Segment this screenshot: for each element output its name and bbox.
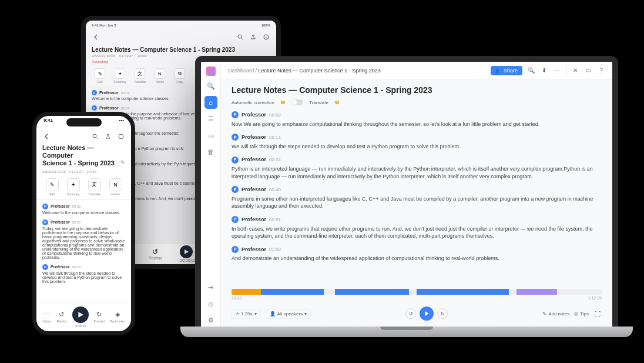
timestamp[interactable]: 00:02	[269, 112, 281, 118]
auto-correction-toggle[interactable]	[291, 99, 303, 105]
forward-button[interactable]: ↻Forward	[94, 311, 105, 323]
bookmarks-button[interactable]: ◈Bookmarks	[110, 311, 125, 323]
edit-icon[interactable]: ✎	[120, 159, 125, 166]
share-button[interactable]: 👥Share	[491, 66, 522, 75]
timestamp[interactable]: 00:24	[269, 156, 281, 163]
tablet-statusbar: 9:41 Mon Jun 3 100%	[86, 21, 276, 30]
search-icon[interactable]	[91, 132, 99, 141]
speaker-name: Professor	[99, 106, 119, 110]
timestamp[interactable]: 00:02	[72, 205, 81, 208]
edit-action[interactable]: ✎Edit	[92, 68, 108, 84]
note-icon[interactable]: ▭	[584, 66, 592, 75]
add-notes-button[interactable]: ✎Add notes	[542, 311, 569, 317]
transcript-text: Programs in some other non-interpreted l…	[232, 195, 602, 210]
translate-label: Translate	[309, 100, 328, 105]
timestamp[interactable]: 00:07	[121, 106, 130, 110]
status-battery: 100%	[261, 24, 270, 27]
speaker-avatar: P	[232, 216, 239, 223]
skip-forward-icon[interactable]: ↻	[437, 308, 448, 319]
edit-icon: ✎	[46, 178, 59, 191]
smile-icon[interactable]	[262, 33, 270, 41]
meta-words: 20464	[137, 54, 147, 58]
transcript-entry: PProfessor00:02Now We are going to empha…	[232, 111, 602, 128]
search-icon[interactable]: 🔍	[527, 66, 535, 75]
phone-meta: 2/8/2023 10:05 01:03:27 20464	[36, 169, 131, 175]
app-logo[interactable]	[206, 66, 216, 76]
skip-back-icon[interactable]: ↺	[405, 308, 416, 319]
timestamp[interactable]: 00:11	[269, 134, 281, 141]
timestamp[interactable]: 00:02	[121, 91, 130, 95]
transcript-text: Now We are going to emphasize computatio…	[232, 121, 602, 128]
sidebar-settings-icon[interactable]: ⚙	[204, 314, 217, 327]
svg-point-1	[264, 35, 269, 39]
download-icon[interactable]: ⬇	[540, 66, 548, 75]
transcript-entry: PProfessor00:51In both cases, we write p…	[232, 216, 602, 240]
app-header: Dashboard / Lecture Notes — Computer Sci…	[221, 62, 612, 79]
translate-action[interactable]: 文Translate	[132, 68, 148, 84]
tips-button[interactable]: ◎Tips	[574, 311, 589, 317]
sidebar-export-icon[interactable]: ⇥	[204, 281, 217, 294]
phone-actions: ✎Edit ✦Summary 文Translate NNotion	[36, 175, 131, 200]
sidebar-folder-icon[interactable]: ▭	[204, 129, 217, 142]
timestamp[interactable]: 01:08	[269, 246, 281, 252]
edit-action[interactable]: ✎Edit	[42, 178, 62, 196]
translate-action[interactable]: 文Translate	[85, 178, 104, 196]
speaker-name: Professor	[242, 156, 266, 164]
notion-action[interactable]: NNotion	[152, 68, 168, 84]
transcript-entry: PProfessor00:02Welcome to the computer s…	[42, 204, 125, 215]
transcript-entry: PProfessor00:24We will talk through the …	[42, 264, 125, 284]
more-icon[interactable]: ⋯	[553, 66, 561, 75]
transcript-text: Today, we are going to demonstrate profi…	[42, 227, 125, 259]
speaker-avatar: P	[92, 90, 97, 95]
sidebar-help-icon[interactable]: ◎	[204, 297, 217, 310]
edit-icon: ✎	[95, 68, 105, 79]
speaker-name: Professor	[242, 186, 266, 194]
transcript-text: Welcome to the computer science classes.	[42, 211, 125, 215]
tablet-title: Lecture Notes — Computer Science 1 - Spr…	[86, 44, 276, 54]
play-button[interactable]	[72, 307, 89, 323]
expand-icon[interactable]: ⛶	[593, 309, 602, 318]
speaker-avatar: P	[92, 105, 97, 111]
transcript-text: In both cases, we write programs that re…	[232, 225, 602, 240]
status-icons: •••	[119, 118, 124, 130]
timestamp[interactable]: 00:40	[269, 187, 281, 193]
waveform[interactable]: 28:261:12:25	[232, 289, 602, 302]
timestamp[interactable]: 00:51	[269, 217, 281, 223]
breadcrumb-root[interactable]: Dashboard	[228, 68, 254, 74]
waveform-bar[interactable]	[232, 289, 602, 295]
transcript-text: And demonstrate an understanding of the …	[232, 255, 602, 262]
transcript-entry: PProfessor00:11We will talk through the …	[232, 134, 602, 150]
transcript: PProfessor00:02Now We are going to empha…	[232, 111, 602, 262]
meta-date: 2/8/2023 10:05	[92, 54, 115, 58]
tool-icon[interactable]: ✕	[571, 66, 579, 75]
option-button[interactable]: ⋯Option	[43, 311, 52, 323]
transcript-entry: PProfessor00:24Python is an interpreted …	[232, 156, 602, 180]
smile-icon[interactable]	[117, 132, 125, 141]
transcript-text: Python is an interpreted language — run …	[232, 165, 602, 180]
rewind-button[interactable]: ↺Rewind	[57, 311, 67, 323]
speakers-selector[interactable]: 👤All speakers▾	[266, 309, 311, 319]
share-icon[interactable]	[249, 33, 257, 41]
timestamp[interactable]: 00:07	[72, 221, 81, 224]
summary-action[interactable]: ✦Summary	[63, 178, 83, 196]
breadcrumb-current: Lecture Notes — Computer Science 1 - Spr…	[259, 68, 381, 74]
sidebar-files-icon[interactable]: ☰	[204, 112, 217, 125]
meta-duration: 01:03:27	[119, 54, 133, 58]
phone-notch	[66, 118, 102, 126]
sidebar-search-icon[interactable]: 🔍	[204, 79, 217, 92]
rewind-icon[interactable]: ↺	[149, 248, 162, 256]
timestamp[interactable]: 00:24	[72, 265, 81, 269]
help-icon[interactable]: ?	[597, 66, 605, 75]
summary-action[interactable]: ✦Summary	[112, 68, 128, 84]
back-icon[interactable]	[42, 132, 51, 141]
share-icon[interactable]	[104, 132, 112, 141]
sidebar: 🔍 ⌂ ☰ ▭ 🗑 ⇥ ◎ ⚙	[201, 62, 221, 327]
sidebar-home-icon[interactable]: ⌂	[204, 96, 217, 109]
search-icon[interactable]	[236, 33, 244, 41]
play-button[interactable]	[420, 307, 434, 321]
notion-action[interactable]: NNotion	[106, 178, 125, 196]
back-icon[interactable]	[92, 33, 100, 41]
transcript-entry: PProfessor00:07Today, we are going to de…	[42, 219, 125, 259]
sidebar-trash-icon[interactable]: 🗑	[204, 145, 217, 158]
speed-selector[interactable]: ★1.25x▾	[232, 309, 261, 319]
